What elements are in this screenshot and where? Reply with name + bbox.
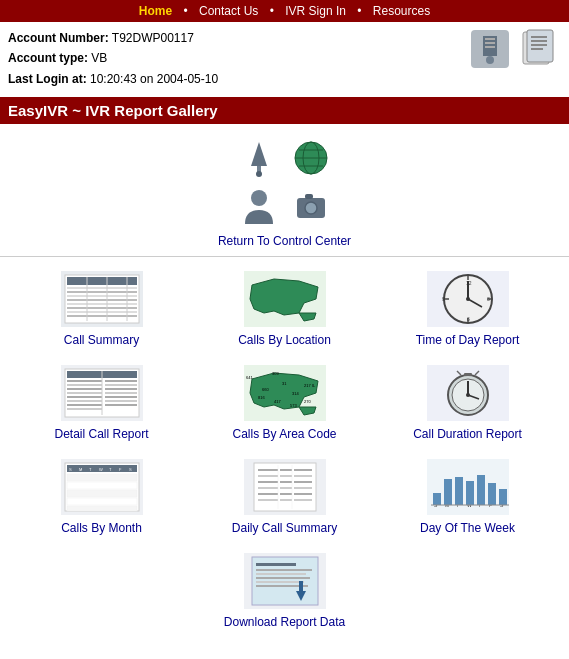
return-control-center-link[interactable]: Return To Control Center [218,234,351,248]
svg-rect-66 [105,400,137,402]
nav-home[interactable]: Home [139,4,172,18]
svg-text:217 IL: 217 IL [304,383,316,388]
call-summary-thumb [61,271,143,327]
calls-by-area-code-link[interactable]: 641 309 660 31 314 816 417 573 270 217 I… [210,365,360,441]
svg-text:3: 3 [487,296,490,302]
svg-rect-112 [280,475,292,477]
svg-point-2 [486,56,494,64]
svg-rect-61 [67,392,102,394]
svg-rect-139 [466,481,474,505]
time-of-day-link[interactable]: 12 3 6 9 Time of Day Report [393,271,543,347]
nav-dot-1: • [183,4,187,18]
call-summary-link[interactable]: Call Summary [27,271,177,347]
day-of-week-link[interactable]: S M T W T F S Day Of The [393,459,543,535]
svg-rect-147 [256,569,312,571]
svg-point-14 [256,171,262,177]
svg-rect-137 [444,479,452,505]
call-duration-report-link[interactable]: Call Duration Report [393,365,543,441]
svg-rect-153 [299,581,303,593]
svg-text:417: 417 [274,399,281,404]
svg-rect-125 [294,499,312,501]
svg-rect-116 [294,481,312,483]
svg-rect-119 [294,487,312,489]
svg-rect-69 [67,408,102,410]
download-report-link[interactable]: Download Report Data [210,553,360,629]
svg-rect-4 [485,42,495,44]
reports-row-1: Call Summary Calls By Location [10,271,559,347]
svg-marker-12 [251,142,267,166]
phone-icon [469,28,511,70]
svg-rect-3 [485,38,495,40]
svg-rect-64 [105,396,137,398]
svg-rect-65 [67,400,102,402]
svg-rect-8 [531,36,547,38]
report-download: Download Report Data [210,553,360,629]
nav-dot-3: • [357,4,361,18]
daily-call-summary-link[interactable]: Daily Call Summary [210,459,360,535]
svg-rect-113 [294,475,312,477]
svg-text:660: 660 [262,387,269,392]
svg-rect-102 [67,482,137,489]
svg-rect-120 [258,493,278,495]
svg-text:S: S [69,467,72,472]
svg-rect-118 [280,487,292,489]
svg-rect-103 [67,490,137,497]
svg-rect-58 [105,384,137,386]
svg-rect-111 [258,475,278,477]
account-icons [469,28,559,70]
svg-rect-136 [433,493,441,505]
calls-by-month-label: Calls By Month [61,521,142,535]
calls-by-area-code-thumb: 641 309 660 31 314 816 417 573 270 217 I… [244,365,326,421]
svg-rect-10 [531,44,547,46]
reports-row-4: Download Report Data [10,553,559,629]
svg-text:6: 6 [467,316,470,322]
svg-rect-122 [294,493,312,495]
report-day-of-week: S M T W T F S Day Of The [393,459,543,535]
svg-rect-121 [280,493,292,495]
last-login-label: Last Login at: [8,72,87,86]
svg-rect-148 [256,573,306,575]
svg-rect-60 [105,388,137,390]
svg-rect-62 [105,392,137,394]
svg-text:270: 270 [304,399,311,404]
svg-rect-108 [258,469,278,471]
report-calls-by-month: S M T W T F S Calls By Month [27,459,177,535]
svg-rect-150 [256,581,304,583]
report-calls-by-area-code: 641 309 660 31 314 816 417 573 270 217 I… [210,365,360,441]
svg-rect-63 [67,396,102,398]
detail-call-thumb [61,365,143,421]
svg-point-22 [305,202,317,214]
nav-contact[interactable]: Contact Us [199,4,258,18]
calls-by-month-thumb: S M T W T F S [61,459,143,515]
svg-point-20 [251,190,267,206]
svg-rect-23 [305,194,313,199]
report-time-of-day: 12 3 6 9 Time of Day Report [393,271,543,347]
svg-rect-109 [280,469,292,471]
time-of-day-thumb: 12 3 6 9 [427,271,509,327]
nav-resources[interactable]: Resources [373,4,430,18]
svg-text:W: W [99,467,103,472]
calls-by-month-link[interactable]: S M T W T F S Calls By Month [27,459,177,535]
svg-rect-138 [455,477,463,505]
last-login-row: Last Login at: 10:20:43 on 2004-05-10 [8,69,561,89]
svg-rect-114 [258,481,278,483]
day-of-week-label: Day Of The Week [420,521,515,535]
report-detail-call: Detail Call Report [27,365,177,441]
daily-call-summary-thumb [244,459,326,515]
control-center-icons [0,138,569,178]
svg-text:12: 12 [466,280,472,286]
svg-rect-140 [477,475,485,505]
svg-rect-56 [105,380,137,382]
svg-rect-9 [531,40,547,42]
svg-rect-57 [67,384,102,386]
time-of-day-label: Time of Day Report [416,333,520,347]
detail-call-report-link[interactable]: Detail Call Report [27,365,177,441]
download-report-label: Download Report Data [224,615,345,629]
account-type-label: Account type: [8,51,88,65]
svg-rect-105 [67,506,137,511]
svg-point-90 [466,393,470,397]
calls-by-location-link[interactable]: Calls By Location [210,271,360,347]
nav-ivr-sign-in[interactable]: IVR Sign In [285,4,346,18]
svg-rect-146 [256,563,296,566]
svg-rect-87 [464,373,472,376]
